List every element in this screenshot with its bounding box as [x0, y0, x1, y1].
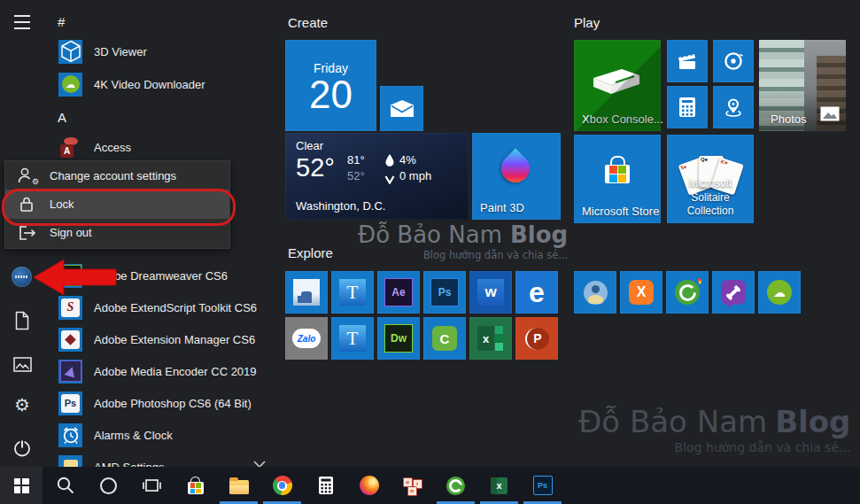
weather-temperature: 52°	[296, 153, 335, 182]
tile-camtasia[interactable]: C	[423, 317, 466, 360]
windows-logo-icon	[14, 478, 29, 493]
taskbar-coccoc-button[interactable]	[434, 467, 477, 504]
tile-excel[interactable]: x	[469, 317, 512, 360]
taskbar-cortana-button[interactable]	[87, 467, 130, 504]
pictures-icon[interactable]	[11, 353, 34, 376]
facebook-thumb-icon	[285, 271, 328, 314]
excel-icon: x	[469, 317, 512, 360]
tile-after-effects[interactable]: Ae	[377, 271, 420, 314]
menu-item-sign-out[interactable]: Sign out	[5, 219, 229, 247]
tile-movies-tv[interactable]	[667, 40, 708, 82]
documents-icon[interactable]	[11, 309, 34, 332]
app-row-4k-video-downloader[interactable]: ☁ 4K Video Downloader	[58, 72, 280, 97]
access-icon: A	[58, 136, 82, 159]
task-view-icon	[142, 477, 162, 494]
t-letter-icon: T	[331, 271, 374, 314]
tile-coccoc[interactable]	[666, 271, 709, 314]
groove-music-icon	[713, 40, 754, 82]
tile-photos[interactable]: Photos	[759, 40, 846, 131]
tile-t-app-1[interactable]: T	[331, 271, 374, 314]
taskbar-calculator-button[interactable]	[304, 467, 347, 504]
group-header-play[interactable]: Play	[574, 15, 600, 30]
movies-tv-icon	[667, 40, 708, 82]
image-icon	[820, 106, 840, 125]
coccoc-icon	[666, 271, 709, 314]
app-label: Adobe Extension Manager CS6	[94, 333, 255, 346]
file-explorer-icon	[229, 480, 249, 494]
taskbar-search-button[interactable]	[43, 467, 87, 504]
taskbar-chrome-button[interactable]	[260, 467, 304, 504]
tile-account-app[interactable]	[574, 271, 616, 314]
tile-dreamweaver[interactable]: Dw	[377, 317, 420, 360]
app-row-extension-manager[interactable]: Adobe Extension Manager CS6	[58, 327, 280, 352]
xampp-icon: X	[620, 271, 662, 314]
tile-weather[interactable]: Clear 52° 81° 52° 4% 0 mph Washington, D…	[285, 133, 469, 220]
person-icon	[574, 271, 616, 314]
tile-mail[interactable]	[380, 86, 423, 131]
search-icon	[56, 476, 75, 495]
app-row-alarms-clock[interactable]: Alarms & Clock	[58, 423, 280, 447]
taskbar-task-view-button[interactable]	[130, 467, 174, 504]
tile-edge[interactable]: e	[515, 271, 558, 314]
xbox-console-icon	[588, 65, 645, 97]
tile-powerpoint[interactable]: P	[515, 317, 558, 360]
calculator-icon	[318, 476, 334, 495]
tile-calendar[interactable]: Friday 20	[285, 40, 376, 131]
weather-wind: 0 mph	[399, 169, 431, 182]
tile-xbox-console[interactable]: Xbox Console...	[574, 40, 661, 131]
app-section-header[interactable]: #	[58, 14, 65, 29]
start-menu-screen: ⚙ # 3D Viewer ☁ 4K Video Downloader A A	[0, 0, 860, 504]
app-label: Adobe ExtendScript Toolkit CS6	[94, 301, 257, 314]
tile-photoshop[interactable]: Ps	[423, 271, 466, 314]
tile-facebook[interactable]	[285, 271, 328, 314]
group-header-explore[interactable]: Explore	[288, 245, 333, 260]
menu-item-label: Lock	[50, 198, 74, 211]
tile-viber[interactable]	[712, 271, 755, 314]
taskbar-photoshop-button[interactable]: Ps	[521, 467, 564, 504]
app-row-photoshop-cs6[interactable]: Ps Adobe Photoshop CS6 (64 Bit)	[58, 391, 280, 415]
group-header-create[interactable]: Create	[288, 15, 328, 30]
account-menu: ⚙ Change account settings Lock Sign out	[4, 160, 230, 249]
taskbar-store-button[interactable]	[174, 467, 217, 504]
photoshop-icon: Ps	[423, 271, 466, 314]
app-section-header[interactable]: A	[58, 110, 66, 125]
weather-precipitation: 4%	[399, 153, 416, 167]
coccoc-icon	[446, 477, 465, 495]
excel-icon: x	[491, 477, 507, 494]
tile-t-app-2[interactable]: T	[331, 317, 374, 360]
taskbar-file-explorer-button[interactable]	[217, 467, 260, 504]
app-label: 3D Viewer	[94, 45, 147, 58]
tile-label: Paint 3D	[480, 201, 524, 214]
hamburger-menu-icon[interactable]	[11, 11, 34, 34]
tile-zalo[interactable]: Zalo	[285, 317, 328, 360]
taskbar-excel-button[interactable]: x	[477, 467, 521, 504]
settings-gear-icon[interactable]: ⚙	[11, 393, 34, 416]
start-button[interactable]	[0, 467, 43, 504]
tile-maps[interactable]	[713, 86, 754, 128]
tile-word[interactable]: w	[469, 271, 512, 314]
mail-icon	[380, 86, 423, 131]
sign-out-icon	[17, 224, 36, 242]
tile-label: Xbox Console...	[582, 112, 663, 126]
tile-4k-video-downloader[interactable]: ☁	[758, 271, 801, 314]
zalo-icon: Zalo	[285, 317, 328, 360]
tile-calculator[interactable]	[667, 86, 708, 128]
menu-item-label: Sign out	[50, 226, 92, 239]
app-row-3d-viewer[interactable]: 3D Viewer	[58, 39, 280, 64]
tile-groove-music[interactable]	[713, 40, 754, 82]
tile-microsoft-store[interactable]: Microsoft Store	[574, 135, 661, 223]
taskbar-firefox-button[interactable]	[347, 467, 391, 504]
microsoft-store-icon	[188, 477, 204, 494]
app-row-access[interactable]: A Access	[58, 135, 280, 159]
app-row-media-encoder[interactable]: Adobe Media Encoder CC 2019	[58, 359, 280, 384]
user-avatar[interactable]	[12, 267, 32, 287]
taskbar-unikey-button[interactable]: u i n	[391, 467, 434, 504]
weather-location: Washington, D.C.	[296, 199, 385, 213]
tile-solitaire[interactable]: 5♦ Q♠ K♥ Microsoft Solitaire Collection	[667, 135, 754, 223]
tile-paint3d[interactable]: Paint 3D	[472, 133, 561, 220]
power-icon[interactable]	[11, 436, 34, 459]
menu-item-change-account-settings[interactable]: ⚙ Change account settings	[5, 161, 229, 190]
watermark-bottom-right: Đỗ Bảo NamBlog Blog hướng dẫn và chia sẻ…	[578, 404, 850, 454]
menu-item-lock[interactable]: Lock	[5, 190, 229, 218]
tile-xampp[interactable]: X	[620, 271, 662, 314]
